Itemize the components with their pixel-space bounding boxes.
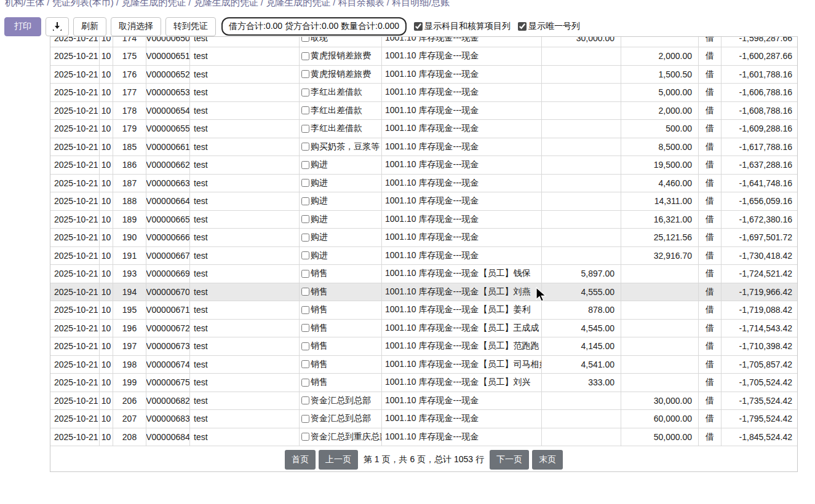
row-select-checkbox[interactable]	[301, 52, 309, 60]
table-row[interactable]: 2025-10-2110174V00000650test取现1001.10 库存…	[50, 36, 797, 47]
cell-direction: 借	[699, 120, 722, 138]
table-row[interactable]: 2025-10-2110206V00000682test资金汇总到总部1001.…	[50, 392, 797, 411]
cell-balance: -1,735,524.42	[722, 392, 797, 410]
row-select-checkbox[interactable]	[301, 415, 309, 423]
breadcrumb[interactable]: 机构/主体 / 凭证列表(本币) / 克隆生成的凭证 / 克隆生成的凭证 / 克…	[5, 0, 620, 8]
table-row[interactable]: 2025-10-2110195V00000671test销售1001.10 库存…	[50, 301, 797, 320]
table-row[interactable]: 2025-10-2110198V00000674test销售1001.10 库存…	[50, 356, 797, 374]
table-row[interactable]: 2025-10-2110208V00000684test资金汇总到重庆总部100…	[50, 428, 797, 447]
table-row[interactable]: 2025-10-2110189V00000665test购进1001.10 库存…	[50, 211, 797, 229]
show-subject-checkbox[interactable]	[414, 22, 423, 31]
row-select-checkbox[interactable]	[301, 36, 309, 42]
cell-direction: 借	[699, 301, 722, 319]
table-row[interactable]: 2025-10-2110177V00000653test李红出差借款1001.1…	[50, 84, 797, 102]
row-select-checkbox[interactable]	[301, 89, 309, 96]
cell-debit	[542, 156, 621, 174]
last-page-button[interactable]: 末页	[532, 450, 563, 470]
cell-summary: test	[190, 410, 300, 428]
download-button[interactable]	[46, 17, 69, 36]
row-select-checkbox[interactable]	[301, 106, 309, 114]
row-select-checkbox[interactable]	[301, 70, 309, 78]
row-description: 销售	[311, 268, 328, 279]
table-row[interactable]: 2025-10-2110176V00000652test黄虎报销差旅费1001.…	[50, 66, 797, 84]
cell-date: 2025-10-21	[50, 320, 100, 337]
table-row[interactable]: 2025-10-2110179V00000655test李红出差借款1001.1…	[50, 120, 797, 138]
cell-desc: 购买奶茶，豆浆等	[300, 138, 382, 156]
row-select-checkbox[interactable]	[301, 215, 309, 223]
row-select-checkbox[interactable]	[301, 288, 309, 296]
cell-num: 174	[113, 36, 146, 47]
cell-desc: 销售	[300, 320, 382, 337]
print-button[interactable]: 打印	[4, 17, 41, 36]
row-select-checkbox[interactable]	[301, 360, 309, 368]
cell-desc: 销售	[300, 374, 382, 392]
cell-direction: 借	[699, 392, 722, 410]
row-select-checkbox[interactable]	[301, 234, 309, 242]
row-select-checkbox[interactable]	[301, 125, 309, 133]
next-page-button[interactable]: 下一页	[490, 450, 529, 470]
table-row[interactable]: 2025-10-2110194V00000670test销售1001.10 库存…	[50, 283, 797, 302]
cell-debit	[542, 47, 621, 65]
row-select-checkbox[interactable]	[301, 251, 309, 259]
row-select-checkbox[interactable]	[301, 306, 309, 314]
table-row[interactable]: 2025-10-2110178V00000654test李红出差借款1001.1…	[50, 102, 797, 120]
table-row[interactable]: 2025-10-2110175V00000651test黄虎报销差旅费1001.…	[50, 47, 797, 66]
table-row[interactable]: 2025-10-2110188V00000664test购进1001.10 库存…	[50, 192, 797, 211]
cell-debit: 878.00	[542, 301, 621, 319]
cell-period: 10	[100, 175, 113, 192]
cell-desc: 黄虎报销差旅费	[300, 47, 382, 65]
row-select-checkbox[interactable]	[301, 270, 309, 278]
cell-voucher: V00000669	[146, 265, 190, 283]
cell-credit: 8,500.00	[621, 138, 699, 156]
cancel-selection-button[interactable]: 取消选择	[111, 17, 161, 36]
cell-direction: 借	[699, 156, 722, 174]
row-select-checkbox[interactable]	[301, 324, 309, 332]
cell-credit: 50,000.00	[621, 428, 699, 446]
table-row[interactable]: 2025-10-2110197V00000673test销售1001.10 库存…	[50, 337, 797, 356]
cell-date: 2025-10-21	[50, 84, 100, 101]
row-description: 取现	[311, 36, 328, 44]
row-select-checkbox[interactable]	[301, 179, 309, 187]
table-row[interactable]: 2025-10-2110185V00000661test购买奶茶，豆浆等1001…	[50, 138, 797, 157]
row-description: 销售	[311, 359, 328, 370]
table-row[interactable]: 2025-10-2110186V00000662test购进1001.10 库存…	[50, 156, 797, 175]
show-unique-checkbox[interactable]	[518, 22, 527, 31]
cell-voucher: V00000683	[146, 410, 190, 428]
cell-account: 1001.10 库存现金---现金【员工】姜利	[382, 301, 542, 319]
cell-voucher: V00000652	[146, 66, 190, 84]
refresh-button[interactable]: 刷新	[73, 17, 106, 36]
table-row[interactable]: 2025-10-2110191V00000667test购进1001.10 库存…	[50, 247, 797, 266]
cell-direction: 借	[699, 36, 722, 47]
row-description: 购进	[311, 250, 328, 261]
cell-balance: -1,705,857.42	[722, 356, 797, 374]
row-select-checkbox[interactable]	[301, 143, 309, 151]
table-row[interactable]: 2025-10-2110199V00000675test销售1001.10 库存…	[50, 374, 797, 392]
cell-desc: 李红出差借款	[300, 102, 382, 120]
prev-page-button[interactable]: 上一页	[319, 450, 358, 470]
table-row[interactable]: 2025-10-2110196V00000672test销售1001.10 库存…	[50, 320, 797, 338]
cell-num: 178	[113, 102, 146, 120]
cell-summary: test	[190, 138, 300, 156]
row-select-checkbox[interactable]	[301, 197, 309, 205]
goto-voucher-button[interactable]: 转到凭证	[165, 17, 216, 36]
table-row[interactable]: 2025-10-2110190V00000666test购进1001.10 库存…	[50, 229, 797, 247]
table-row[interactable]: 2025-10-2110193V00000669test销售1001.10 库存…	[50, 265, 797, 283]
row-select-checkbox[interactable]	[301, 161, 309, 169]
cell-summary: test	[190, 265, 300, 283]
row-select-checkbox[interactable]	[301, 396, 309, 404]
row-description: 黄虎报销差旅费	[311, 50, 371, 61]
first-page-button[interactable]: 首页	[285, 450, 316, 470]
table-row[interactable]: 2025-10-2110187V00000663test购进1001.10 库存…	[50, 175, 797, 193]
cell-balance: -1,637,288.16	[722, 156, 797, 174]
cell-voucher: V00000670	[146, 283, 190, 301]
table-row[interactable]: 2025-10-2110207V00000683test资金汇总到总部1001.…	[50, 410, 797, 428]
show-subject-checkbox-group: 显示科目和核算项目列	[414, 21, 511, 32]
cell-num: 175	[113, 47, 146, 65]
row-select-checkbox[interactable]	[301, 379, 309, 387]
cell-debit	[542, 66, 621, 84]
cell-debit	[542, 428, 621, 446]
row-select-checkbox[interactable]	[301, 342, 309, 350]
row-select-checkbox[interactable]	[301, 433, 309, 441]
cell-credit: 5,000.00	[621, 84, 699, 101]
cell-date: 2025-10-21	[50, 247, 100, 265]
